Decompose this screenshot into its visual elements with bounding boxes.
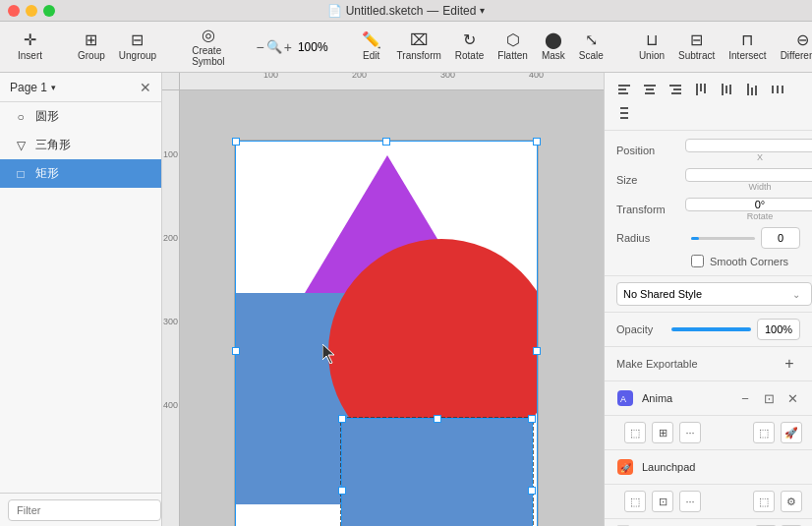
- layer-item-triangle[interactable]: ▽ 三角形: [0, 131, 161, 159]
- tool-group-symbol: ◎ Create Symbol: [182, 26, 234, 69]
- sidebar-close-button[interactable]: ✕: [140, 80, 151, 95]
- position-label: Position: [616, 145, 685, 156]
- distribute-h-button[interactable]: [766, 79, 789, 100]
- subtract-label: Subtract: [678, 50, 715, 61]
- anima-tile-button[interactable]: ⊡: [759, 388, 779, 408]
- align-center-v-button[interactable]: [715, 79, 738, 100]
- launchpad-label: Launchpad: [642, 461, 802, 473]
- svg-rect-10: [700, 84, 702, 91]
- svg-rect-22: [620, 112, 628, 114]
- zoom-in-button[interactable]: +: [284, 39, 292, 55]
- rotate-button[interactable]: ↻ Rotate: [449, 26, 490, 69]
- align-left-button[interactable]: [612, 79, 636, 100]
- layer-item-circle[interactable]: ○ 圆形: [0, 102, 161, 131]
- filter-input[interactable]: [8, 499, 161, 521]
- insert-button[interactable]: ✛ Insert: [12, 26, 48, 69]
- titlebar: 📄 Untitled.sketch — Edited ▾: [0, 0, 812, 22]
- ruler-mark-200: 200: [352, 73, 367, 80]
- maximize-button[interactable]: [43, 5, 55, 17]
- intersect-button[interactable]: ⊓ Intersect: [723, 26, 772, 69]
- scale-button[interactable]: ⤡ Scale: [573, 26, 609, 69]
- transform-button[interactable]: ⌧ Transform: [391, 26, 447, 69]
- svg-text:🚀: 🚀: [620, 462, 632, 474]
- align-top-button[interactable]: [689, 79, 713, 100]
- rotate-input[interactable]: 0°: [685, 198, 812, 211]
- rotate-input-group: 0° Rotate: [685, 198, 812, 221]
- ruler-mark-300: 300: [440, 73, 455, 80]
- page-selector[interactable]: Page 1 ▾: [10, 81, 56, 94]
- horizontal-ruler: 100 200 300 400: [162, 73, 604, 90]
- anima-icon5[interactable]: 🚀: [781, 422, 802, 443]
- create-symbol-button[interactable]: ◎ Create Symbol: [186, 26, 230, 69]
- launchpad-icon: 🚀: [614, 456, 636, 478]
- union-button[interactable]: ⊔ Union: [633, 26, 670, 69]
- anima-close-button[interactable]: ✕: [783, 388, 802, 408]
- difference-button[interactable]: ⊖ Difference: [775, 26, 812, 69]
- anima-label: Anima: [642, 392, 735, 404]
- difference-icon: ⊖: [796, 32, 809, 48]
- anima-icon4[interactable]: ⬚: [753, 422, 775, 443]
- svg-rect-16: [751, 88, 753, 95]
- svg-rect-21: [620, 107, 628, 109]
- opacity-label: Opacity: [616, 323, 666, 335]
- triangle-layer-icon: ▽: [14, 139, 28, 152]
- x-label: X: [685, 152, 812, 162]
- intersect-icon: ⊓: [741, 32, 753, 48]
- smooth-corners-row: Smooth Corners: [616, 255, 800, 267]
- mask-button[interactable]: ⬤ Mask: [536, 26, 571, 69]
- shared-style-select[interactable]: No Shared Style: [616, 282, 812, 306]
- align-bottom-button[interactable]: [740, 79, 764, 100]
- union-label: Union: [639, 50, 665, 61]
- launchpad-icon1[interactable]: ⬚: [624, 491, 646, 512]
- opacity-slider[interactable]: [671, 327, 751, 331]
- layer-item-rectangle[interactable]: □ 矩形: [0, 159, 161, 188]
- anima-minimize-button[interactable]: −: [735, 388, 755, 408]
- flatten-button[interactable]: ⬡ Flatten: [492, 26, 534, 69]
- position-inputs: X Y: [685, 139, 812, 162]
- radius-slider[interactable]: [691, 237, 755, 240]
- opacity-input[interactable]: 100%: [757, 319, 800, 340]
- minimize-button[interactable]: [26, 5, 37, 17]
- anima-icon2[interactable]: ⊞: [652, 422, 673, 443]
- selected-rectangle-shape[interactable]: [341, 418, 533, 526]
- artboard[interactable]: [234, 140, 539, 526]
- launchpad-icon5[interactable]: ⚙: [781, 491, 802, 512]
- group-icon: ⊞: [85, 32, 97, 48]
- anima-icon3[interactable]: ···: [679, 422, 701, 443]
- ruler-mark-v-100: 100: [163, 149, 178, 159]
- svg-rect-12: [722, 84, 724, 95]
- width-input[interactable]: [685, 168, 812, 182]
- canvas-area[interactable]: 100 200 300 400 100 200 300 400: [162, 73, 604, 526]
- flatten-label: Flatten: [497, 50, 528, 61]
- toolbar: ✛ Insert ⊞ Group ⊟ Ungroup ◎ Create Symb…: [0, 22, 812, 73]
- x-input[interactable]: [685, 139, 812, 152]
- sidebar-header: Page 1 ▾ ✕: [0, 73, 161, 102]
- svg-text:A: A: [620, 394, 626, 404]
- anima-icon1[interactable]: ⬚: [624, 422, 646, 443]
- launchpad-icon3[interactable]: ···: [679, 491, 701, 512]
- add-export-button[interactable]: +: [779, 353, 800, 375]
- zoom-out-button[interactable]: −: [257, 39, 264, 55]
- svg-rect-3: [644, 85, 656, 87]
- ungroup-button[interactable]: ⊟ Ungroup: [113, 26, 162, 69]
- ruler-mark-v-400: 400: [163, 400, 178, 410]
- group-button[interactable]: ⊞ Group: [72, 26, 111, 69]
- document-separator: —: [427, 4, 438, 18]
- svg-rect-17: [755, 86, 757, 95]
- union-icon: ⊔: [646, 32, 658, 48]
- launchpad-icon2[interactable]: ⊡: [652, 491, 673, 512]
- sketch-canvas[interactable]: [180, 90, 604, 526]
- align-right-button[interactable]: [664, 79, 687, 100]
- close-button[interactable]: [8, 5, 20, 17]
- layer-list: ○ 圆形 ▽ 三角形 □ 矩形: [0, 102, 161, 493]
- circle-layer-icon: ○: [14, 110, 28, 124]
- ruler-mark-100: 100: [263, 73, 278, 80]
- launchpad-icon4[interactable]: ⬚: [753, 491, 775, 512]
- subtract-button[interactable]: ⊟ Subtract: [672, 26, 721, 69]
- distribute-v-button[interactable]: [612, 102, 636, 124]
- smooth-corners-checkbox[interactable]: [691, 255, 704, 267]
- radius-input[interactable]: 0: [761, 227, 800, 249]
- edit-button[interactable]: ✏️ Edit: [354, 26, 389, 69]
- align-center-h-button[interactable]: [638, 79, 662, 100]
- svg-rect-0: [618, 85, 630, 87]
